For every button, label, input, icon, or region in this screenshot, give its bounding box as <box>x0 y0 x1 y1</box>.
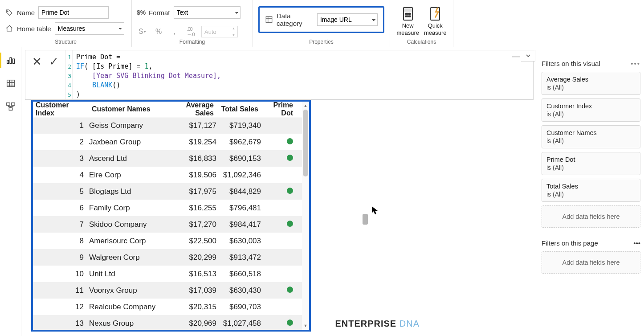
svg-rect-15 <box>6 103 9 106</box>
col-header[interactable]: Average Sales <box>169 101 216 117</box>
scroll-thumb[interactable] <box>303 110 308 176</box>
table-row[interactable]: 3Ascend Ltd$16,833$690,153 <box>33 150 309 167</box>
table-row[interactable]: 10Unit Ltd$16,513$660,518 <box>33 266 309 282</box>
cell-name: Blogtags Ltd <box>89 187 169 196</box>
filter-card[interactable]: Total Salesis (All) <box>542 179 640 202</box>
filter-subtitle: is (All) <box>546 164 636 171</box>
cell-total: $984,417 <box>216 220 261 229</box>
cell-index: 1 <box>33 121 89 130</box>
cell-avg: $16,833 <box>169 154 216 163</box>
more-icon[interactable]: ••• <box>631 60 640 67</box>
cell-name: Amerisourc Corp <box>89 237 169 246</box>
quick-measure-icon <box>428 6 443 21</box>
prime-dot-icon <box>287 155 293 161</box>
cell-name: Family Corp <box>89 204 169 213</box>
col-header[interactable]: Customer Names <box>89 105 169 113</box>
format-icon: $% <box>137 8 145 16</box>
table-row[interactable]: 6Family Corp$16,255$796,481 <box>33 200 309 216</box>
decimal-places-input[interactable]: Auto ▲▼ <box>201 26 238 37</box>
decimal-button[interactable]: .00→.0 <box>185 26 196 37</box>
filters-pane: Filters on this visual ••• Average Sales… <box>538 56 644 336</box>
cell-index: 4 <box>33 171 89 180</box>
table-row[interactable]: 1Geiss Company$17,127$719,340 <box>33 117 309 134</box>
name-label: Name <box>17 9 35 16</box>
col-header[interactable]: Customer Index <box>33 101 89 117</box>
group-label-formatting: Formatting <box>137 37 247 47</box>
cell-name: Jaxbean Group <box>89 138 169 147</box>
cell-avg: $22,500 <box>169 237 216 246</box>
visual-outer-scrollbar[interactable] <box>362 107 369 330</box>
formula-minimize-icon[interactable]: — <box>512 52 520 61</box>
table-row[interactable]: 2Jaxbean Group$19,254$962,679 <box>33 134 309 150</box>
filter-subtitle: is (All) <box>546 137 636 144</box>
cell-total: $719,340 <box>216 121 261 130</box>
cell-index: 2 <box>33 138 89 147</box>
cell-index: 12 <box>33 303 89 311</box>
table-row[interactable]: 9Walgreen Corp$20,299$913,472 <box>33 249 309 266</box>
cell-name: Voonyx Group <box>89 286 169 295</box>
prime-dot-icon <box>287 320 293 326</box>
ribbon-group-properties: Data category Image URL Properties <box>253 0 390 47</box>
filter-card[interactable]: Customer Indexis (All) <box>542 98 640 122</box>
home-table-select[interactable]: Measures <box>55 22 124 35</box>
filter-card[interactable]: Average Salesis (All) <box>542 72 640 95</box>
add-fields-drop-page[interactable]: Add data fields here <box>542 251 640 274</box>
table-row[interactable]: 7Skidoo Company$17,270$984,417 <box>33 216 309 233</box>
filter-subtitle: is (All) <box>546 84 636 91</box>
commit-formula-button[interactable]: ✓ <box>48 56 60 67</box>
filter-title: Customer Index <box>546 102 636 110</box>
cell-index: 5 <box>33 187 89 196</box>
cursor-icon <box>371 206 379 217</box>
filter-card[interactable]: Customer Namesis (All) <box>542 125 640 148</box>
format-select[interactable]: Text <box>174 6 240 19</box>
table-row[interactable]: 13Nexus Group$20,969$1,027,458 <box>33 315 309 332</box>
table-row[interactable]: 8Amerisourc Corp$22,500$630,003 <box>33 233 309 249</box>
percent-button[interactable]: % <box>153 26 164 37</box>
prime-dot-icon <box>287 188 293 194</box>
more-icon[interactable]: ••• <box>633 239 640 247</box>
name-input[interactable] <box>38 6 109 19</box>
svg-rect-11 <box>7 60 8 63</box>
table-visual[interactable]: Customer Index Customer Names Average Sa… <box>31 100 311 332</box>
cell-index: 6 <box>33 204 89 213</box>
formula-editor[interactable]: Prime Dot = IF( [Is Prime] = 1, [Year SV… <box>73 50 533 99</box>
cell-avg: $17,270 <box>169 220 216 229</box>
formula-collapse-button[interactable] <box>521 50 535 61</box>
model-view-button[interactable] <box>4 101 17 112</box>
report-view-button[interactable] <box>4 54 17 66</box>
col-header[interactable]: Total Sales <box>216 105 261 113</box>
calculator-icon <box>400 6 416 21</box>
data-view-button[interactable] <box>4 78 17 89</box>
svg-point-9 <box>409 16 411 17</box>
cell-avg: $20,969 <box>169 319 216 328</box>
currency-button[interactable]: $ ▾ <box>137 26 148 37</box>
cell-avg: $16,513 <box>169 270 216 279</box>
col-header[interactable]: Prime Dot <box>261 101 302 117</box>
filters-visual-header: Filters on this visual <box>542 60 600 67</box>
cancel-formula-button[interactable]: ✕ <box>31 56 43 67</box>
filter-subtitle: is (All) <box>546 111 636 118</box>
formula-bar[interactable]: ✕ ✓ 12345 Prime Dot = IF( [Is Prime] = 1… <box>25 50 534 100</box>
cell-avg: $17,039 <box>169 286 216 295</box>
cell-index: 9 <box>33 253 89 262</box>
table-body: 1Geiss Company$17,127$719,3402Jaxbean Gr… <box>33 117 309 332</box>
add-fields-drop-visual[interactable]: Add data fields here <box>542 205 640 228</box>
quick-measure-button[interactable]: Quick measure <box>423 6 448 36</box>
new-measure-button[interactable]: New measure <box>395 6 420 36</box>
scroll-down-icon[interactable]: ▼ <box>302 323 309 329</box>
table-header-row: Customer Index Customer Names Average Sa… <box>33 102 309 117</box>
table-row[interactable]: 5Blogtags Ltd$17,975$844,829 <box>33 183 309 200</box>
table-row[interactable]: 11Voonyx Group$17,039$630,430 <box>33 282 309 299</box>
scroll-thumb[interactable] <box>363 214 368 225</box>
table-row[interactable]: 4Eire Corp$19,506$1,092,346 <box>33 167 309 183</box>
filter-card[interactable]: Prime Dotis (All) <box>542 152 640 175</box>
cell-index: 3 <box>33 154 89 163</box>
table-scrollbar[interactable]: ▲ ▼ <box>302 102 309 330</box>
thousands-button[interactable]: , <box>169 26 180 37</box>
table-row[interactable]: 12Realcube Company$20,315$690,703 <box>33 299 309 315</box>
cell-avg: $20,299 <box>169 253 216 262</box>
group-label-properties: Properties <box>258 37 384 47</box>
scroll-up-icon[interactable]: ▲ <box>302 102 309 109</box>
data-category-select[interactable]: Image URL <box>317 13 378 26</box>
cell-dot <box>261 286 302 295</box>
